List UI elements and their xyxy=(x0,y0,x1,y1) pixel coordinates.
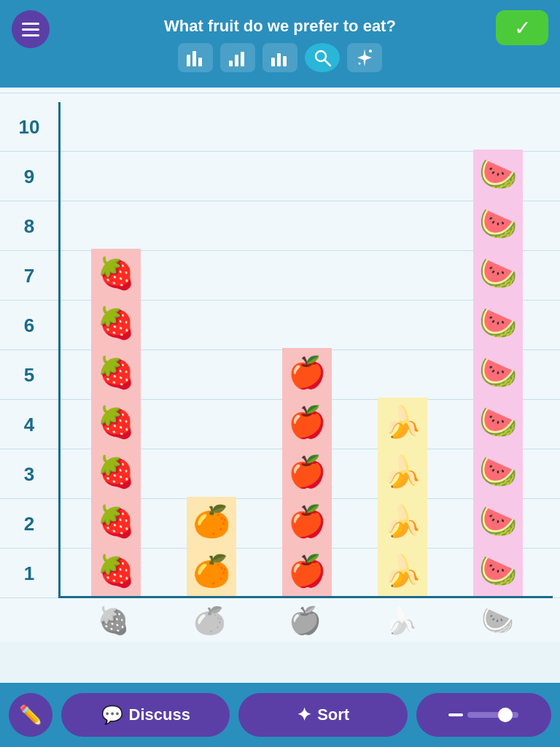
toolbar-bar-chart-1[interactable] xyxy=(178,43,213,72)
banana-cell-1: 🍌 xyxy=(378,546,427,596)
bar-chart-2-icon xyxy=(228,47,248,68)
watermelon-cell-5: 🍉 xyxy=(473,348,523,398)
svg-rect-1 xyxy=(192,51,196,66)
watermelon-cell-1: 🍉 xyxy=(473,546,523,596)
y-label-10: 10 xyxy=(0,102,58,152)
watermelon-stack: 🍉 🍉 🍉 🍉 🍉 🍉 🍉 🍉 🍉 xyxy=(457,150,538,596)
toolbar-sparkle[interactable] xyxy=(347,43,382,72)
slider-dash-left xyxy=(448,713,463,716)
apple-cell-5: 🍎 xyxy=(282,348,332,398)
y-label-9: 9 xyxy=(0,152,58,201)
banana-cell-2: 🍌 xyxy=(378,497,427,546)
svg-line-10 xyxy=(324,60,330,66)
bottom-bar: ✏️ 💬 Discuss ✦ Sort xyxy=(0,683,560,747)
y-label-3: 3 xyxy=(0,449,58,499)
discuss-icon: 💬 xyxy=(101,705,123,725)
apple-cell-1: 🍎 xyxy=(282,546,332,596)
strawberry-cell-2: 🍓 xyxy=(91,497,141,546)
menu-button[interactable] xyxy=(12,10,50,48)
strawberry-cell-3: 🍓 xyxy=(91,447,141,497)
svg-rect-5 xyxy=(241,52,244,66)
watermelon-cell-8: 🍉 xyxy=(473,199,523,249)
watermelon-cell-6: 🍉 xyxy=(473,298,523,348)
slider-track xyxy=(467,712,518,718)
toolbar-search[interactable] xyxy=(305,43,340,72)
orange-cell-1: 🍊 xyxy=(187,546,236,596)
toolbar-bar-chart-2[interactable] xyxy=(220,43,255,72)
svg-point-12 xyxy=(359,63,361,65)
y-label-1: 1 xyxy=(0,549,58,598)
svg-rect-7 xyxy=(277,53,281,66)
watermelon-cell-9: 🍉 xyxy=(473,150,523,199)
check-button[interactable]: ✓ xyxy=(496,10,548,45)
strawberry-cell-7: 🍓 xyxy=(91,249,141,298)
toolbar-bar-chart-3[interactable] xyxy=(262,43,298,72)
apple-cell-3: 🍎 xyxy=(282,447,332,497)
strawberry-cell-6: 🍓 xyxy=(91,298,141,348)
svg-rect-3 xyxy=(229,61,233,66)
banana-label-icon: 🍌 xyxy=(361,605,443,636)
orange-column: 🍊 🍊 xyxy=(171,102,252,596)
watermelon-cell-7: 🍉 xyxy=(473,249,523,298)
apple-stack: 🍎 🍎 🍎 🍎 🍎 xyxy=(266,348,347,596)
strawberry-cell-1: 🍓 xyxy=(91,546,141,596)
svg-rect-0 xyxy=(187,55,190,66)
header: ✓ What fruit do we prefer to eat? xyxy=(0,0,560,88)
strawberry-column: 🍓 🍓 🍓 🍓 🍓 🍓 🍓 xyxy=(75,102,156,596)
strawberry-cell-4: 🍓 xyxy=(91,398,141,447)
watermelon-column: 🍉 🍉 🍉 🍉 🍉 🍉 🍉 🍉 🍉 xyxy=(457,102,538,596)
pencil-icon: ✏️ xyxy=(19,704,42,727)
watermelon-cell-3: 🍉 xyxy=(473,447,523,497)
orange-label-icon: 🍊 xyxy=(169,605,251,636)
discuss-label: Discuss xyxy=(129,705,190,724)
sort-button[interactable]: ✦ Sort xyxy=(238,693,407,737)
strawberry-label-icon: 🍓 xyxy=(73,605,155,636)
chart-area: 1 2 3 4 5 6 7 8 9 10 🍓 🍓 🍓 🍓 🍓 🍓 🍓 xyxy=(0,88,560,642)
strawberry-cell-5: 🍓 xyxy=(91,348,141,398)
y-label-8: 8 xyxy=(0,201,58,251)
sort-label: Sort xyxy=(317,705,349,724)
search-icon xyxy=(312,47,332,68)
banana-stack: 🍌 🍌 🍌 🍌 xyxy=(362,398,443,596)
svg-point-11 xyxy=(369,50,372,53)
y-label-5: 5 xyxy=(0,350,58,400)
watermelon-cell-4: 🍉 xyxy=(473,398,523,447)
y-label-4: 4 xyxy=(0,400,58,449)
apple-label-icon: 🍎 xyxy=(265,605,346,636)
watermelon-cell-2: 🍉 xyxy=(473,497,523,546)
svg-rect-8 xyxy=(283,56,287,66)
banana-cell-4: 🍌 xyxy=(378,398,427,447)
slider-button[interactable] xyxy=(416,693,551,737)
apple-column: 🍎 🍎 🍎 🍎 🍎 xyxy=(266,102,347,596)
bar-chart-1-icon xyxy=(185,47,206,68)
svg-rect-6 xyxy=(271,58,275,66)
plot-area: 🍓 🍓 🍓 🍓 🍓 🍓 🍓 🍊 🍊 🍎 xyxy=(58,102,553,598)
y-label-6: 6 xyxy=(0,301,58,350)
strawberry-stack: 🍓 🍓 🍓 🍓 🍓 🍓 🍓 xyxy=(75,249,156,596)
y-axis: 1 2 3 4 5 6 7 8 9 10 xyxy=(0,88,58,642)
apple-cell-2: 🍎 xyxy=(282,497,332,546)
check-icon: ✓ xyxy=(514,16,531,40)
hamburger-icon xyxy=(22,23,39,36)
sort-icon: ✦ xyxy=(297,705,311,725)
watermelon-label-icon: 🍉 xyxy=(456,605,538,636)
y-label-7: 7 xyxy=(0,251,58,301)
bar-chart-3-icon xyxy=(270,47,290,68)
toolbar xyxy=(178,43,382,72)
y-label-2: 2 xyxy=(0,499,58,549)
discuss-button[interactable]: 💬 Discuss xyxy=(61,693,230,737)
svg-rect-2 xyxy=(198,58,202,66)
pencil-button[interactable]: ✏️ xyxy=(9,693,52,737)
fruit-labels: 🍓 🍊 🍎 🍌 🍉 xyxy=(58,600,553,642)
svg-rect-4 xyxy=(235,55,238,66)
page-title: What fruit do we prefer to eat? xyxy=(164,17,396,36)
sparkle-icon xyxy=(354,47,375,68)
banana-cell-3: 🍌 xyxy=(378,447,427,497)
orange-cell-2: 🍊 xyxy=(187,497,236,546)
banana-column: 🍌 🍌 🍌 🍌 xyxy=(362,102,443,596)
orange-stack: 🍊 🍊 xyxy=(171,497,252,596)
columns: 🍓 🍓 🍓 🍓 🍓 🍓 🍓 🍊 🍊 🍎 xyxy=(61,102,553,596)
apple-cell-4: 🍎 xyxy=(282,398,332,447)
slider-thumb xyxy=(498,708,513,722)
